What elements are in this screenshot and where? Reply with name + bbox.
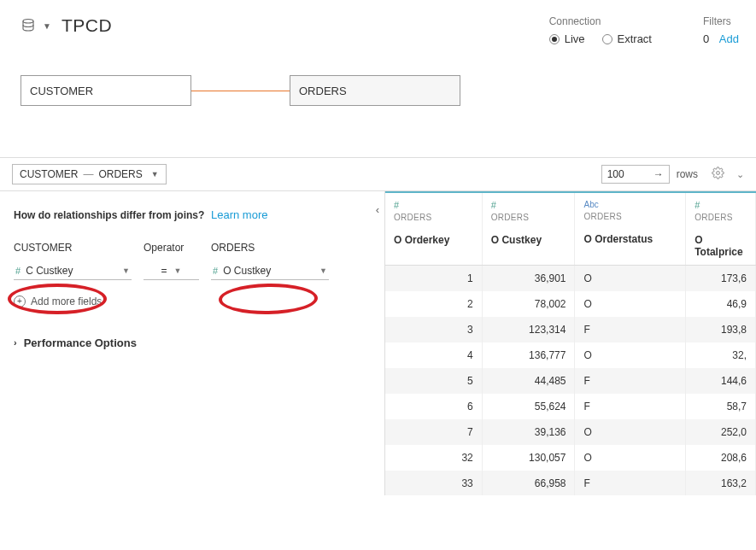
operator-dropdown[interactable]: = ▼	[144, 262, 199, 280]
operator-header: Operator	[144, 242, 199, 254]
left-table-header: CUSTOMER	[14, 242, 132, 254]
performance-options-toggle[interactable]: › Performance Options	[14, 336, 371, 349]
table-cell: F	[575, 368, 686, 394]
table-cell: O	[575, 342, 686, 368]
chevron-down-icon: ▼	[151, 170, 159, 178]
datasource-title[interactable]: ▼ TPCD	[21, 15, 112, 36]
table-cell: F	[575, 317, 686, 342]
table-row[interactable]: 3366,958F163,2	[385, 471, 756, 495]
chevron-right-icon: ›	[14, 337, 17, 348]
table-cell: 32,	[686, 342, 756, 368]
gear-icon[interactable]	[712, 167, 724, 182]
table-row[interactable]: 4136,777O32,	[385, 342, 756, 368]
filters-group: Filters 0 Add	[703, 15, 739, 45]
collapse-panel-button[interactable]: ‹	[376, 203, 379, 216]
column-header[interactable]: #ORDERSO Orderkey	[385, 193, 483, 265]
table-cell: 144,6	[686, 368, 756, 394]
connection-live-radio[interactable]: Live	[549, 32, 585, 45]
row-limit-input[interactable]: 100 →	[601, 165, 670, 184]
table-cell: F	[575, 471, 686, 495]
table-row[interactable]: 136,901O173,6	[385, 266, 756, 291]
table-cell: 123,314	[483, 317, 576, 342]
relationship-config-panel: ‹ How do relationships differ from joins…	[0, 191, 384, 495]
table-cell: 193,8	[686, 317, 756, 342]
table-cell: O	[575, 445, 686, 471]
table-cell: 55,624	[483, 394, 576, 419]
column-source: ORDERS	[491, 213, 568, 222]
table-cell: 7	[385, 419, 483, 445]
column-header[interactable]: #ORDERSO Custkey	[483, 193, 576, 265]
number-type-icon: #	[213, 266, 218, 276]
add-more-fields-button[interactable]: + Add more fields	[14, 295, 371, 307]
table-cell: 3	[385, 317, 483, 342]
connection-label: Connection	[549, 15, 652, 27]
table-cell: 66,958	[483, 471, 576, 495]
number-type-icon: #	[15, 266, 21, 276]
datasource-name: TPCD	[62, 15, 112, 36]
connection-extract-radio[interactable]: Extract	[602, 32, 652, 45]
table-cell: 6	[385, 394, 483, 419]
left-field-dropdown[interactable]: # C Custkey ▼	[14, 262, 132, 280]
table-cell: 5	[385, 368, 483, 394]
table-orders[interactable]: ORDERS	[290, 75, 460, 106]
chevron-down-icon: ▼	[122, 266, 130, 275]
table-row[interactable]: 655,624F58,7	[385, 394, 756, 419]
table-cell: 33	[385, 471, 483, 495]
data-preview-grid: #ORDERSO Orderkey#ORDERSO CustkeyAbcORDE…	[384, 191, 756, 495]
column-name: O Custkey	[491, 234, 568, 246]
table-cell: O	[575, 266, 686, 291]
number-type-icon: #	[394, 200, 475, 210]
right-field-dropdown[interactable]: # O Custkey ▼	[211, 262, 329, 280]
column-header[interactable]: AbcORDERSO Orderstatus	[575, 193, 686, 265]
table-cell: 36,901	[483, 266, 576, 291]
number-type-icon: #	[491, 200, 568, 210]
svg-point-1	[717, 172, 720, 175]
table-cell: 32	[385, 445, 483, 471]
table-cell: 130,057	[483, 445, 576, 471]
table-cell: 252,0	[686, 419, 756, 445]
column-source: ORDERS	[394, 213, 475, 222]
table-customer[interactable]: CUSTOMER	[21, 75, 191, 106]
table-cell: 163,2	[686, 471, 756, 495]
table-row[interactable]: 3123,314F193,8	[385, 317, 756, 342]
table-row[interactable]: 544,485F144,6	[385, 368, 756, 394]
svg-point-0	[23, 20, 33, 24]
table-cell: 46,9	[686, 291, 756, 317]
table-cell: 1	[385, 266, 483, 291]
column-name: O Orderkey	[394, 234, 475, 246]
relationship-help-text: How do relationships differ from joins?	[14, 209, 204, 221]
table-row[interactable]: 32130,057O208,6	[385, 445, 756, 471]
filters-add-link[interactable]: Add	[719, 32, 739, 45]
table-row[interactable]: 739,136O252,0	[385, 419, 756, 445]
table-cell: 136,777	[483, 342, 576, 368]
table-cell: 44,485	[483, 368, 576, 394]
chevron-down-icon: ▼	[174, 266, 182, 275]
chevron-down-icon: ▼	[43, 21, 51, 31]
chevron-down-icon: ▼	[319, 266, 327, 275]
arrow-right-icon: →	[653, 168, 664, 180]
relationship-connector[interactable]	[191, 91, 290, 91]
table-cell: O	[575, 291, 686, 317]
learn-more-link[interactable]: Learn more	[211, 208, 267, 221]
table-row[interactable]: 278,002O46,9	[385, 291, 756, 317]
table-cell: F	[575, 394, 686, 419]
data-model-canvas[interactable]: CUSTOMER ORDERS	[0, 50, 756, 157]
column-name: O Orderstatus	[583, 233, 678, 245]
table-cell: O	[575, 419, 686, 445]
plus-circle-icon: +	[14, 295, 26, 307]
rows-label: rows	[677, 168, 698, 180]
table-cell: 78,002	[483, 291, 576, 317]
radio-unselected-icon	[602, 34, 612, 44]
table-cell: 2	[385, 291, 483, 317]
chevron-down-icon[interactable]: ⌄	[736, 169, 744, 180]
table-cell: 208,6	[686, 445, 756, 471]
column-header[interactable]: #ORDERSO Totalprice	[686, 193, 756, 265]
number-type-icon: #	[694, 200, 748, 210]
relationship-dropdown[interactable]: CUSTOMER — ORDERS ▼	[12, 164, 167, 184]
table-cell: 39,136	[483, 419, 576, 445]
filters-label: Filters	[703, 15, 739, 27]
text-type-icon: Abc	[583, 200, 678, 209]
radio-selected-icon	[549, 34, 560, 44]
table-cell: 58,7	[686, 394, 756, 419]
column-source: ORDERS	[694, 213, 748, 222]
